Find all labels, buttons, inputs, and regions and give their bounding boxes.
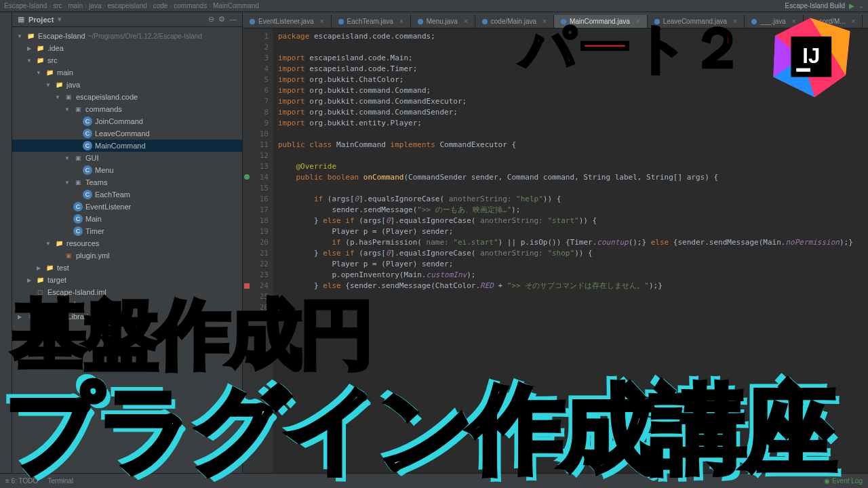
tree-item-GUI[interactable]: ▼ ▣ GUI [12,152,242,164]
line-number[interactable]: 20 [243,237,269,248]
class-icon [482,19,488,24]
tree-item-JoinCommand[interactable]: C JoinCommand [12,115,242,127]
line-number[interactable]: 22 [243,259,269,270]
project-panel-title[interactable]: Project [28,16,54,24]
class-icon: C [83,117,92,126]
class-icon: C [83,141,92,150]
folder-icon: 📁 [54,80,64,89]
project-tree[interactable]: ▼ 📁 Escape-Island~/Programs/Ore/1.12.2/E… [12,27,242,325]
svg-text:IJ: IJ [802,44,820,68]
class-icon [250,19,255,24]
class-icon [418,19,423,24]
folder-icon: 📁 [26,31,35,41]
tree-item-LeaveCommand[interactable]: C LeaveCommand [12,127,242,140]
line-number[interactable]: 10 [243,129,269,140]
intellij-logo-icon: IJ [766,14,854,102]
settings-icon[interactable]: ⚙ [218,15,225,24]
line-number[interactable]: 13 [243,161,269,172]
overlay-part2-text: パート２ [521,12,746,85]
class-icon [338,19,344,24]
tree-item-escapeisland.code[interactable]: ▼ ▣ escapeisland.code [12,91,242,103]
class-icon: C [73,214,83,224]
close-icon[interactable]: × [399,18,403,25]
tree-item-EventListener[interactable]: C EventListener [12,201,242,213]
collapse-icon[interactable]: ⊖ [208,15,214,24]
breadcrumb[interactable]: Escape-Island › src › main › java › esca… [4,2,259,9]
tree-item-resources[interactable]: ▼ 📁 resources [12,237,242,249]
line-number[interactable]: 16 [243,194,269,205]
tree-item-java[interactable]: ▼ 📁 java [12,79,242,91]
hide-icon[interactable]: — [229,15,237,24]
folder-icon: 📁 [45,263,54,272]
tree-item-Teams[interactable]: ▼ ▣ Teams [12,176,242,188]
editor-tab[interactable]: EventListener.java× [243,15,332,28]
line-number[interactable]: 15 [243,183,269,194]
pkg-icon: ▣ [73,104,83,114]
class-icon: C [83,190,92,199]
editor-tab[interactable]: EachTeam.java× [332,15,411,28]
build-config[interactable]: Escape-Island Build [785,2,845,9]
line-number[interactable]: 4 [243,64,269,75]
project-tab-icon: ▦ [18,15,24,24]
line-number[interactable]: 1 [243,31,269,42]
project-panel-header: ▦ Project ▾ ⊖ ⚙ — [12,12,242,27]
folder-icon: 📁 [35,56,45,65]
tree-item-Main[interactable]: C Main [12,213,242,225]
line-number[interactable]: 23 [243,270,269,281]
line-number[interactable]: 11 [243,140,269,150]
tree-item-EachTeam[interactable]: C EachTeam [12,188,242,201]
line-number[interactable]: 7 [243,96,269,107]
line-number[interactable]: 8 [243,107,269,118]
line-number[interactable]: 12 [243,150,269,161]
class-icon [751,19,757,24]
pkg-icon: ▣ [73,178,83,187]
class-icon: C [73,202,83,211]
close-icon[interactable]: × [320,18,324,25]
editor-tab[interactable]: Menu.java× [411,15,475,28]
tree-item-Escape-Island[interactable]: ▼ 📁 Escape-Island~/Programs/Ore/1.12.2/E… [12,30,242,42]
run-icon[interactable]: ▶ [849,2,854,9]
class-icon: C [83,129,92,138]
overlay-white-text: プラグイン作成講座 [5,366,833,488]
yml-icon: ▣ [64,251,73,260]
breadcrumb-bar: Escape-Island › src › main › java › esca… [0,0,868,12]
tree-item-commands[interactable]: ▼ ▣ commands [12,103,242,115]
tree-item-src[interactable]: ▼ 📁 src [12,54,242,66]
line-number[interactable]: 14 [243,172,269,183]
line-number[interactable]: 3 [243,53,269,64]
tree-item-main[interactable]: ▼ 📁 main [12,66,242,79]
tree-item-MainCommand[interactable]: C MainCommand [12,140,242,152]
line-number[interactable]: 6 [243,85,269,96]
folder-icon: 📁 [54,239,64,248]
class-icon: C [73,226,83,236]
folder-icon: 📁 [35,275,45,285]
line-number[interactable]: 5 [243,75,269,85]
line-number[interactable]: 2 [243,42,269,53]
debug-icon[interactable]: ⌄ [859,2,864,9]
line-number[interactable]: 19 [243,226,269,237]
folder-icon: 📁 [35,43,45,53]
folder-icon: 📁 [45,68,54,77]
close-icon[interactable]: × [464,18,468,25]
pkg-icon: ▣ [64,92,73,102]
line-number[interactable]: 9 [243,118,269,129]
line-number[interactable]: 17 [243,205,269,216]
tree-item-Timer[interactable]: C Timer [12,225,242,237]
class-icon: C [83,165,92,175]
svg-rect-6 [796,68,810,72]
line-number[interactable]: 21 [243,248,269,259]
tree-item-plugin.yml[interactable]: ▣ plugin.yml [12,249,242,262]
tree-item-Menu[interactable]: C Menu [12,164,242,176]
tree-item-test[interactable]: ▶ 📁 test [12,262,242,274]
pkg-icon: ▣ [73,153,83,163]
tree-item-.idea[interactable]: ▶ 📁 .idea [12,42,242,54]
line-number[interactable]: 18 [243,216,269,226]
